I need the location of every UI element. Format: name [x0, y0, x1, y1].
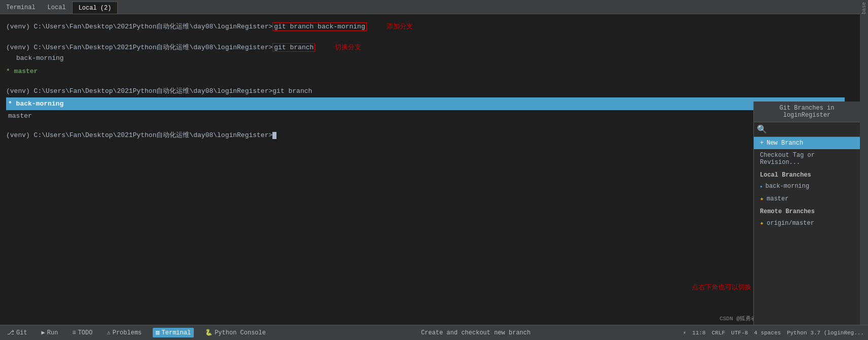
cursor	[272, 132, 276, 139]
right-scrollbar[interactable]: base	[860, 0, 868, 325]
todo-icon: ≡	[72, 329, 76, 336]
tab-bar: Terminal Local Local (2)	[0, 0, 868, 14]
main-container: Terminal Local Local (2) (venv) C:\Users…	[0, 0, 868, 340]
status-right: ⚡ 11:8 CRLF UTF-8 4 spaces Python 3.7 (l…	[683, 329, 864, 336]
prompt-line-3: (venv) C:\Users\Fan\Desktop\2021Python自动…	[6, 86, 862, 96]
panel-title: Git Branches in loginRegister	[754, 101, 860, 122]
panel-search[interactable]: 🔍	[754, 122, 860, 137]
status-python-version: Python 3.7 (loginReg...	[787, 330, 864, 336]
branch-current-master: * master	[6, 66, 862, 77]
branch-item-master: master	[6, 111, 862, 121]
status-left: ⎇ Git ▶ Run ≡ TODO ⚠ Problems ▤ Termin	[4, 328, 269, 337]
terminal-icon: ▤	[156, 329, 159, 336]
annotation-switch-branch: 切换分支	[335, 43, 361, 51]
cmd-box-1: git branch back-morning	[272, 22, 366, 31]
status-encoding-icon: ⚡	[683, 329, 686, 336]
prompt-line-4: (venv) C:\Users\Fan\Desktop\2021Python自动…	[6, 130, 862, 141]
git-branches-panel: Git Branches in loginRegister 🔍 + New Br…	[753, 101, 860, 325]
star-icon-master: ★	[760, 195, 763, 202]
branch-item-back-morning: back-morning	[6, 53, 862, 63]
run-icon: ▶	[42, 329, 45, 336]
remote-branch-origin-master[interactable]: ★ origin/master	[754, 217, 860, 229]
tab-local[interactable]: Local	[42, 2, 72, 14]
status-terminal[interactable]: ▤ Terminal	[153, 328, 194, 337]
tab-local2[interactable]: Local (2)	[72, 2, 118, 14]
local-branch-master[interactable]: ★ master	[754, 192, 860, 205]
scrollbar-label: base	[861, 0, 867, 16]
watermark: CSDN @狐勇者	[719, 315, 756, 322]
status-crlf: CRLF	[712, 330, 725, 336]
annotation-bottom-right: 点右下角也可以切换	[692, 283, 751, 292]
highlighted-branch-line: * back-morning	[6, 97, 845, 111]
prompt-line-1: (venv) C:\Users\Fan\Desktop\2021Python自动…	[6, 21, 862, 32]
status-problems[interactable]: ⚠ Problems	[103, 328, 145, 337]
problems-icon: ⚠	[107, 329, 110, 336]
local-branches-header: Local Branches	[754, 168, 860, 180]
status-run[interactable]: ▶ Run	[39, 328, 61, 337]
new-branch-icon: +	[760, 140, 763, 147]
checkout-tag-item[interactable]: Checkout Tag or Revision...	[754, 149, 860, 168]
status-git[interactable]: ⎇ Git	[4, 328, 30, 337]
status-python-console[interactable]: 🐍 Python Console	[202, 328, 269, 337]
status-spaces: 4 spaces	[754, 330, 781, 336]
tab-terminal[interactable]: Terminal	[0, 2, 42, 14]
git-icon: ⎇	[7, 329, 14, 336]
status-position: 11:8	[692, 330, 706, 336]
branch-dot-icon-1: ●	[760, 184, 762, 189]
status-encoding: UTF-8	[731, 330, 748, 336]
status-create-branch-text: Create and checkout new branch	[421, 329, 531, 336]
new-branch-item[interactable]: + New Branch	[754, 137, 860, 149]
python-icon: 🐍	[205, 329, 213, 336]
terminal-content: (venv) C:\Users\Fan\Desktop\2021Python自动…	[0, 14, 868, 325]
search-input[interactable]	[769, 125, 857, 134]
cmd-box-2: git branch	[272, 43, 315, 52]
annotation-add-branch: 添加分支	[387, 22, 413, 30]
prompt-line-2: (venv) C:\Users\Fan\Desktop\2021Python自动…	[6, 42, 862, 53]
remote-branches-header: Remote Branches	[754, 205, 860, 217]
search-icon: 🔍	[757, 124, 767, 134]
star-icon-origin-master: ★	[760, 219, 763, 227]
status-bar: ⎇ Git ▶ Run ≡ TODO ⚠ Problems ▤ Termin	[0, 325, 868, 340]
local-branch-back-morning[interactable]: ● back-morning	[754, 180, 860, 192]
status-todo[interactable]: ≡ TODO	[69, 328, 95, 337]
